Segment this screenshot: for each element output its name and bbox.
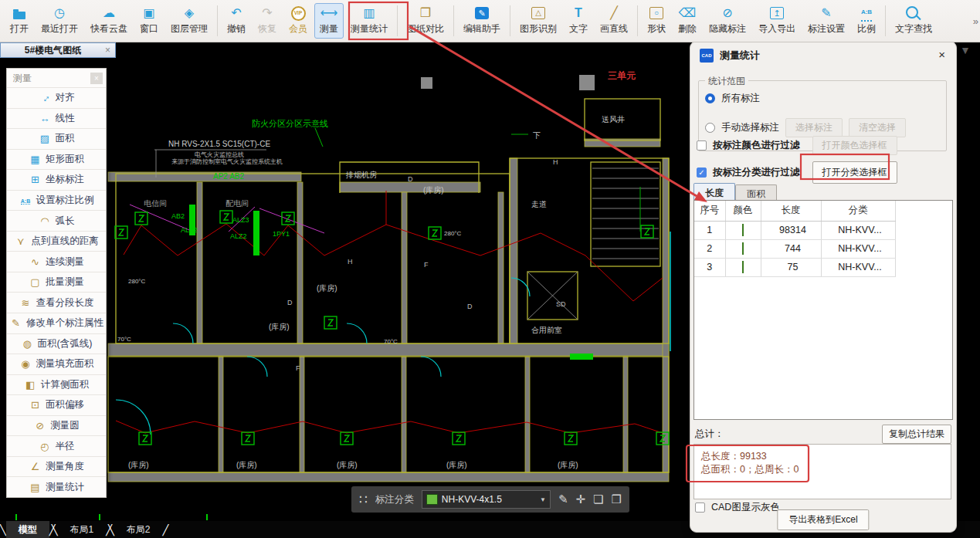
toolbar-button-shape-recognition[interactable]: △ 图形识别 xyxy=(514,3,562,39)
toolbar-button-measure-stats[interactable]: ▥ 测量统计 xyxy=(345,3,393,39)
toolbar-button-vip[interactable]: VIP 会员 xyxy=(283,3,313,39)
toolbar-button-drawing-compare[interactable]: ❐ 图纸对比 xyxy=(402,3,449,39)
clear-selection-button[interactable]: 清空选择 xyxy=(849,118,906,137)
palette-item-area-arc[interactable]: ◍面积(含弧线) xyxy=(7,333,106,354)
toolbar-button-text-search[interactable]: 文字查找 xyxy=(890,3,938,39)
table-row[interactable]: 3 75 NH-KVV... xyxy=(694,258,952,276)
symbol-label: H xyxy=(348,258,353,266)
toolbar-button-draw-line[interactable]: ╱ 画直线 xyxy=(595,3,633,39)
toolbar-overflow-chevron[interactable]: » xyxy=(973,15,978,27)
palette-item-measure-stats[interactable]: ▤测量统计 xyxy=(7,476,106,497)
cad-gray-checkbox[interactable] xyxy=(695,502,705,513)
table-row[interactable]: 1 98314 NH-KVV... xyxy=(694,221,952,239)
dialog-titlebar[interactable]: CAD 测量统计 xyxy=(700,49,760,63)
palette-item-coordinate[interactable]: ⊞坐标标注 xyxy=(7,169,106,190)
edit-annotation-icon[interactable]: ✎ xyxy=(558,492,568,506)
text-search-icon xyxy=(906,6,921,20)
sheet-tab-layout1[interactable]: 布局1 xyxy=(57,521,106,538)
move-icon[interactable]: ✛ xyxy=(576,492,586,506)
palette-item-fill-area[interactable]: ◉测量填充面积 xyxy=(7,354,106,374)
document-tab[interactable]: 5#楼电气图纸 × xyxy=(0,42,116,58)
palette-item-side-area[interactable]: ◧计算侧面积 xyxy=(7,374,106,395)
arc-length-icon: ◠ xyxy=(39,216,52,226)
palette-item-rect-area[interactable]: ▦矩形面积 xyxy=(7,149,106,170)
palette-item-radius[interactable]: ◴半径 xyxy=(7,435,106,456)
palette-item-area[interactable]: ▨面积 xyxy=(7,128,106,149)
toolbar-button-recent[interactable]: ◷ 最近打开 xyxy=(36,3,83,39)
palette-item-batch[interactable]: ▢批量测量 xyxy=(7,272,106,293)
palette-item-arc-length[interactable]: ◠弧长 xyxy=(7,210,106,231)
export-excel-button[interactable]: 导出表格到Excel xyxy=(777,509,869,530)
table-row[interactable]: 2 744 NH-KVV... xyxy=(694,239,952,258)
symbol-label: F xyxy=(296,364,300,372)
open-class-picker-button[interactable]: 打开分类选择框 xyxy=(812,161,897,184)
toolbar-button-hide-annotations[interactable]: ⊘ 隐藏标注 xyxy=(704,3,751,39)
palette-item-area-offset[interactable]: ⊡面积偏移 xyxy=(7,394,106,415)
toolbar-button-window[interactable]: ▣ 窗口 xyxy=(134,3,164,39)
palette-item-set-scale[interactable]: A:B设置标注比例 xyxy=(7,190,106,211)
toolbar-button-open[interactable]: 打开 xyxy=(5,3,34,39)
class-filter-checkbox[interactable]: ✓ xyxy=(697,167,707,178)
palette-item-label: 面积 xyxy=(56,132,75,145)
copy-icon[interactable]: ❏ xyxy=(593,492,603,506)
power-room-label: 配电间 xyxy=(226,199,249,208)
measure-stats-icon: ▥ xyxy=(361,6,377,20)
palette-item-continuous[interactable]: ∿连续测量 xyxy=(7,251,106,272)
palette-item-measure-angle[interactable]: ∠测量角度 xyxy=(7,456,106,477)
document-tab-close-icon[interactable]: × xyxy=(105,45,110,56)
toolbar-button-edit-assistant[interactable]: ✎ 编辑助手 xyxy=(458,3,506,39)
copy-totals-button[interactable]: 复制总计结果 xyxy=(882,425,951,444)
palette-item-align[interactable]: ↔对齐 xyxy=(7,87,106,108)
sheet-tab-layout2[interactable]: 布局2 xyxy=(114,521,163,538)
fill-area-icon: ◉ xyxy=(19,359,32,369)
text-icon: T xyxy=(571,6,586,20)
toolbar-button-delete[interactable]: ⌫ 删除 xyxy=(673,3,702,39)
temp-label: 70°C xyxy=(384,338,398,345)
paste-icon[interactable]: ❒ xyxy=(612,492,622,506)
sheet-tab-model[interactable]: 模型 xyxy=(6,521,49,538)
palette-item-segment-length[interactable]: ≋查看分段长度 xyxy=(7,292,106,313)
palette-item-linear[interactable]: ↔线性 xyxy=(7,108,106,129)
stats-table[interactable]: 序号 颜色 长度 分类 1 98314 NH-KVV... 2 744 NH-K… xyxy=(693,200,953,420)
measure-palette-close-icon[interactable]: × xyxy=(90,73,103,84)
row-length: 98314 xyxy=(761,221,821,239)
toolbar-button-cloud[interactable]: ☁ 快看云盘 xyxy=(85,3,133,39)
stair-down-label: 下 xyxy=(533,131,541,140)
palette-item-label: 测量填充面积 xyxy=(36,357,94,371)
radio-label: 手动选择标注 xyxy=(721,121,779,134)
classification-select[interactable]: NH-KVV-4x1.5 ▼ xyxy=(422,490,551,509)
palette-item-label: 对齐 xyxy=(56,91,75,104)
toolbar-button-undo[interactable]: ↶ 撤销 xyxy=(222,3,251,39)
batch-measure-icon: ▢ xyxy=(29,277,42,287)
palette-item-label: 批量测量 xyxy=(46,276,84,289)
palette-item-label: 点到直线的距离 xyxy=(31,235,99,248)
toolbar-button-text[interactable]: T 文字 xyxy=(564,3,593,39)
grid-icon[interactable]: ∷ xyxy=(359,492,368,508)
palette-item-measure-circle[interactable]: ⊘测量圆 xyxy=(7,415,106,436)
color-swatch xyxy=(742,224,744,236)
dialog-close-icon[interactable]: × xyxy=(938,48,945,61)
toolbar-label: 快看云盘 xyxy=(90,22,127,36)
select-annotation-button[interactable]: 选择标注 xyxy=(785,118,843,137)
toolbar-button-annotation-settings[interactable]: ✎ 标注设置 xyxy=(802,3,850,39)
row-length: 744 xyxy=(761,239,821,258)
toolbar-button-measure[interactable]: ⟷ 测量 xyxy=(314,3,344,39)
color-filter-checkbox[interactable] xyxy=(697,140,707,151)
toolbar-button-scale[interactable]: A:B 比例 xyxy=(852,3,881,39)
palette-item-point-line-distance[interactable]: ⋎点到直线的距离 xyxy=(7,231,106,252)
toolbar-button-import-export[interactable]: ↥ 导入导出 xyxy=(753,3,801,39)
all-annotations-radio[interactable] xyxy=(705,93,715,103)
open-color-picker-button[interactable]: 打开颜色选择框 xyxy=(812,136,897,155)
toolbar-button-layers[interactable]: ◈ 图层管理 xyxy=(165,3,213,39)
toolbar-button-redo[interactable]: ↷ 恢复 xyxy=(253,3,282,39)
corridor-label: 走道 xyxy=(531,200,547,208)
manual-select-radio[interactable] xyxy=(705,123,715,133)
toolbar-button-shapes[interactable]: ○ 形状 xyxy=(642,3,671,39)
palette-item-edit-annotation[interactable]: ✎修改单个标注属性 xyxy=(7,313,106,333)
toolbar-label: 图层管理 xyxy=(171,22,208,36)
cloud-icon: ☁ xyxy=(101,6,117,20)
palette-item-label: 面积偏移 xyxy=(46,398,84,411)
measure-palette: 测量 × ↔对齐 ↔线性 ▨面积 ▦矩形面积 ⊞坐标标注 A:B设置标注比例 ◠… xyxy=(6,68,107,498)
panel-collapse-arrow-icon[interactable]: ▼ xyxy=(960,44,971,56)
app-window: 防火分区分区示意线 NH RVS-2X1.5 SC15(CT)-CE 电气火灾监… xyxy=(0,0,980,538)
